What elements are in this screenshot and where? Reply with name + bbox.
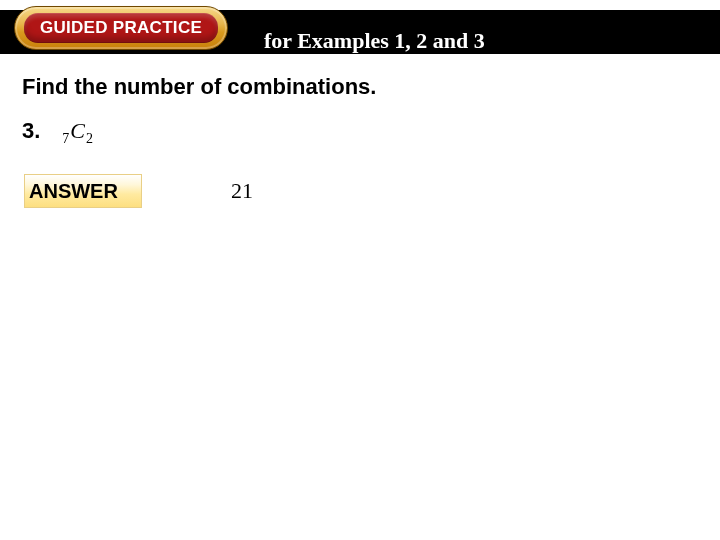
guided-practice-label: GUIDED PRACTICE [40, 18, 202, 38]
instruction-text: Find the number of combinations. [22, 74, 376, 100]
combination-n: 7 [62, 131, 69, 147]
combination-symbol: C [70, 118, 85, 144]
answer-label: ANSWER [29, 180, 118, 203]
combination-r: 2 [86, 131, 93, 147]
answer-badge: ANSWER [24, 174, 142, 208]
problem-row: 3. 7 C 2 [22, 118, 93, 144]
guided-practice-badge-inner: GUIDED PRACTICE [24, 13, 218, 43]
problem-number: 3. [22, 118, 40, 144]
answer-value: 21 [231, 178, 253, 204]
header-subtitle: for Examples 1, 2 and 3 [264, 28, 485, 54]
guided-practice-badge: GUIDED PRACTICE [14, 6, 228, 50]
slide: for Examples 1, 2 and 3 GUIDED PRACTICE … [0, 0, 720, 540]
combination-expression: 7 C 2 [62, 118, 93, 144]
